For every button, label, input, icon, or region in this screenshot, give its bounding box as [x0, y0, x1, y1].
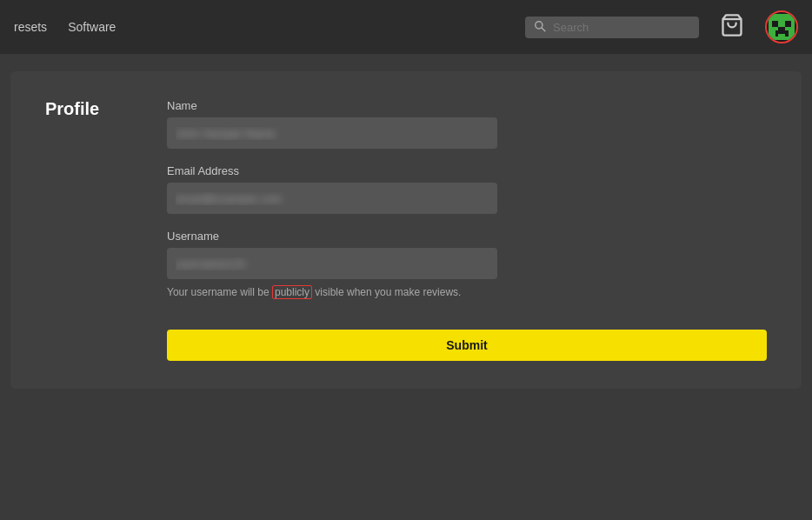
hint-suffix: visible when you make reviews.: [312, 286, 461, 298]
svg-line-1: [542, 28, 545, 31]
username-label: Username: [167, 230, 767, 243]
search-icon: [534, 20, 546, 35]
name-input[interactable]: [167, 117, 497, 149]
nav-item-software[interactable]: Software: [68, 20, 116, 34]
profile-card: Profile Name Email Address Username Your…: [10, 71, 802, 389]
email-label: Email Address: [167, 164, 767, 177]
name-label: Name: [167, 99, 767, 112]
submit-button[interactable]: Submit: [167, 330, 767, 361]
profile-label: Profile: [45, 99, 115, 119]
publicly-highlight: publicly: [272, 285, 312, 299]
svg-point-0: [536, 21, 542, 28]
nav-item-resets[interactable]: resets: [14, 20, 47, 34]
main-area: Profile Name Email Address Username Your…: [0, 54, 812, 520]
creeper-avatar-canvas: [769, 14, 795, 40]
hint-prefix: Your username will be: [167, 286, 272, 298]
navbar: resets Software: [0, 0, 812, 54]
form-section: Name Email Address Username Your usernam…: [167, 99, 767, 361]
name-group: Name: [167, 99, 767, 149]
user-avatar[interactable]: [765, 10, 798, 43]
email-input[interactable]: [167, 183, 497, 214]
username-input[interactable]: [167, 248, 497, 279]
email-group: Email Address: [167, 164, 767, 214]
username-group: Username Your username will be publicly …: [167, 230, 767, 300]
username-hint: Your username will be publicly visible w…: [167, 284, 497, 300]
cart-icon-wrapper[interactable]: [720, 13, 744, 41]
search-input[interactable]: [553, 21, 675, 34]
cart-icon: [720, 13, 744, 37]
search-bar: [525, 17, 699, 38]
